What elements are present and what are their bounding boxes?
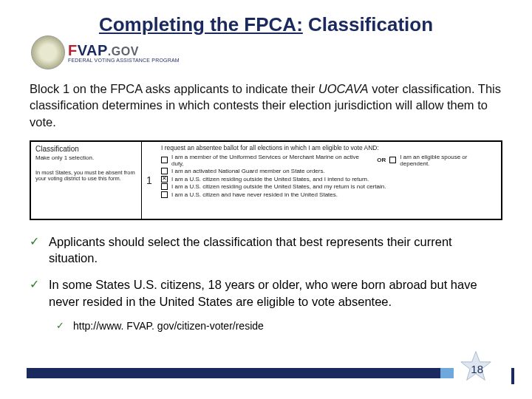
intro-italic: UOCAVA: [318, 82, 369, 95]
option-text: I am a U.S. citizen residing outside the…: [171, 176, 369, 183]
checkbox-icon: [161, 157, 168, 163]
fvap-subtitle: FEDERAL VOTING ASSISTANCE PROGRAM: [68, 58, 180, 63]
checkbox-icon: [161, 191, 168, 198]
form-heading: Classification: [35, 145, 137, 153]
form-option: I am a member of the Uniformed Services …: [161, 154, 497, 167]
checkbox-checked-icon: ✕: [161, 176, 168, 183]
checkbox-icon: [389, 157, 396, 163]
form-option: I am a U.S. citizen residing outside the…: [161, 183, 497, 190]
slide: Completing the FPCA: Classification FVAP…: [0, 0, 532, 399]
form-option: I am a U.S. citizen and have never resid…: [161, 191, 497, 198]
fvap-vap: VAP: [78, 42, 108, 58]
bullet-text: In some States U.S. citizens, 18 years o…: [49, 276, 502, 310]
bullet-item: ✓ In some States U.S. citizens, 18 years…: [30, 276, 502, 310]
option-text: I am an activated National Guard member …: [171, 168, 325, 174]
slide-title: Completing the FPCA: Classification: [30, 13, 502, 36]
fvap-f: F: [68, 42, 78, 58]
footer-bar: [27, 368, 440, 378]
bullet-item: ✓ Applicants should select the classific…: [30, 233, 502, 267]
option-text: I am a U.S. citizen and have never resid…: [171, 191, 338, 198]
title-underlined: Completing the FPCA:: [99, 13, 303, 35]
intro-text-a: Block 1 on the FPCA asks applicants to i…: [30, 82, 318, 95]
option-text: I am a member of the Uniformed Services …: [171, 154, 369, 167]
form-lead: I request an absentee ballot for all ele…: [161, 144, 497, 151]
title-rest: Classification: [303, 13, 433, 35]
intro-paragraph: Block 1 on the FPCA asks applicants to i…: [30, 81, 502, 130]
form-note: In most States, you must be absent from …: [35, 170, 137, 183]
form-block-number: 1: [142, 142, 157, 219]
checkbox-icon: [161, 168, 168, 174]
fpca-form-excerpt: Classification Make only 1 selection. In…: [30, 140, 502, 220]
logo-block: FVAP.GOV FEDERAL VOTING ASSISTANCE PROGR…: [31, 35, 180, 69]
form-option: I am an activated National Guard member …: [161, 168, 497, 174]
bullet-list: ✓ Applicants should select the classific…: [30, 233, 502, 332]
fvap-logo: FVAP.GOV FEDERAL VOTING ASSISTANCE PROGR…: [68, 43, 180, 63]
sub-bullet-item: ✓ http://www. FVAP. gov/citizen-voter/re…: [56, 320, 502, 332]
option-extra: I am an eligible spouse or dependent.: [400, 154, 497, 167]
footer-accent: [440, 368, 454, 378]
bullet-text: Applicants should select the classificat…: [49, 233, 502, 267]
fvap-gov: .GOV: [108, 45, 139, 58]
checkmark-icon: ✓: [30, 276, 43, 310]
dod-seal-icon: [31, 35, 65, 69]
fvap-wordmark: FVAP.GOV: [68, 43, 180, 58]
form-options: I request an absentee ballot for all ele…: [157, 142, 501, 219]
side-tick: [511, 368, 514, 384]
bullet-link: http://www. FVAP. gov/citizen-voter/resi…: [73, 320, 264, 332]
checkbox-icon: [161, 183, 168, 190]
checkmark-icon: ✓: [30, 233, 43, 267]
form-left-col: Classification Make only 1 selection. In…: [31, 142, 142, 219]
option-or: OR: [377, 157, 386, 163]
form-subheading: Make only 1 selection.: [35, 154, 137, 161]
option-text: I am a U.S. citizen residing outside the…: [171, 183, 386, 190]
checkmark-icon: ✓: [56, 320, 67, 332]
form-option: ✕ I am a U.S. citizen residing outside t…: [161, 176, 497, 183]
page-number: 18: [471, 363, 483, 375]
